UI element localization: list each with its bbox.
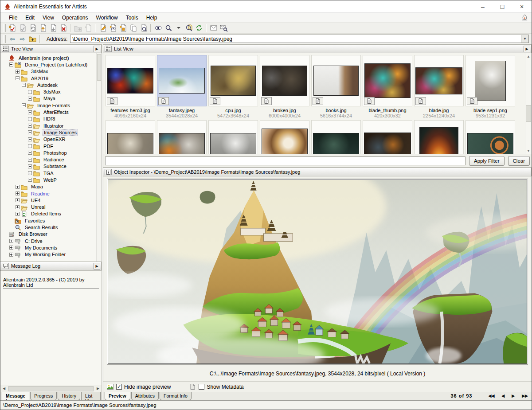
- tree-item-label[interactable]: My Working Folder: [24, 252, 66, 257]
- tree-item-label[interactable]: UE4: [30, 198, 41, 203]
- preview-icon[interactable]: [138, 23, 149, 33]
- thumbnail-image[interactable]: [364, 133, 411, 154]
- address-dropdown-icon[interactable]: ▼: [521, 35, 528, 43]
- tree-item-hdri[interactable]: HDRI: [1, 116, 96, 122]
- thumbnail-row2-1[interactable]: [157, 120, 207, 154]
- thumbnail-filename[interactable]: blade_thumb.png: [363, 108, 412, 113]
- tree-item-label[interactable]: Alienbrain (one project): [18, 55, 70, 61]
- address-input[interactable]: [70, 35, 521, 43]
- collapse-icon[interactable]: [9, 62, 13, 66]
- message-log-menu-button[interactable]: ▶: [94, 263, 100, 269]
- show-metadata-checkbox[interactable]: [199, 384, 204, 390]
- thumbnail-image[interactable]: [364, 63, 411, 98]
- tree-item-label[interactable]: Substance: [43, 164, 67, 169]
- tree-item-search-results[interactable]: Search Results: [1, 224, 96, 230]
- tree-item-photoshop[interactable]: Photoshop: [1, 149, 96, 156]
- minimize-button[interactable]: –: [473, 0, 493, 12]
- inspector-tab-preview[interactable]: Preview: [105, 392, 130, 400]
- tree-item-autodesk[interactable]: Autodesk: [1, 82, 96, 88]
- tree-item-3dsmax[interactable]: 3dsMax: [1, 68, 96, 75]
- expand-icon[interactable]: [9, 239, 13, 243]
- thumbnail-image[interactable]: [415, 67, 462, 94]
- get-latest-icon[interactable]: [48, 23, 58, 33]
- refresh-icon[interactable]: [194, 23, 204, 33]
- send-mail-icon[interactable]: [208, 23, 219, 33]
- expand-icon[interactable]: [28, 97, 32, 101]
- tree-item-my-documents[interactable]: My Documents: [1, 244, 96, 251]
- expand-icon[interactable]: [28, 137, 32, 141]
- thumbnail-features-hero3-jpg[interactable]: features-hero3.jpg4096x2160x24: [106, 55, 155, 118]
- thumbnail-filename[interactable]: fantasy.jpeg: [157, 108, 207, 113]
- thumbnail-row2-0[interactable]: [106, 120, 155, 154]
- expand-icon[interactable]: [28, 178, 32, 182]
- properties-icon[interactable]: [118, 23, 128, 33]
- thumbnail-image[interactable]: [262, 129, 308, 154]
- collapse-icon[interactable]: [16, 76, 20, 80]
- tree-item-aftereffects[interactable]: AfterEffects: [1, 109, 96, 115]
- tree-item-label[interactable]: My Documents: [24, 245, 58, 250]
- previous-item-button[interactable]: ◀: [498, 394, 508, 398]
- scroll-down-icon[interactable]: ▼: [525, 148, 532, 154]
- expand-icon[interactable]: [16, 185, 20, 189]
- tree-item-pdf[interactable]: PDF: [1, 143, 96, 149]
- expand-icon[interactable]: [28, 90, 32, 94]
- zoom-dropdown-icon[interactable]: [173, 23, 184, 33]
- forward-button[interactable]: ⇨: [17, 34, 27, 44]
- tree-item-label[interactable]: Maya: [43, 96, 56, 101]
- up-folder-button[interactable]: [27, 34, 38, 44]
- tree-item-webp[interactable]: WebP: [1, 176, 96, 183]
- thumbnail-image[interactable]: [159, 68, 205, 94]
- thumbnail-broken-jpg[interactable]: broken.jpg6000x4000x24: [260, 55, 309, 118]
- thumbnail-image[interactable]: [159, 133, 205, 154]
- vscroll-thumb[interactable]: [526, 105, 531, 122]
- tree-item-label[interactable]: Autodesk: [36, 82, 59, 88]
- expand-icon[interactable]: [9, 246, 13, 250]
- thumbnail-image[interactable]: [211, 66, 256, 96]
- thumbnail-image[interactable]: [107, 68, 153, 94]
- next-item-button[interactable]: ▶: [508, 394, 518, 398]
- tree-item-label[interactable]: 3dsMax: [30, 69, 49, 74]
- close-button[interactable]: ×: [512, 0, 532, 12]
- undo-checkout-icon[interactable]: [27, 23, 38, 33]
- tree-item-label[interactable]: HDRI: [43, 116, 56, 121]
- thumbnail-row2-7[interactable]: [466, 120, 515, 154]
- checkin-icon[interactable]: [38, 23, 48, 33]
- collapse-icon[interactable]: [22, 103, 26, 107]
- thumbnail-row2-6[interactable]: [414, 120, 464, 154]
- tree-item-openexr[interactable]: OpenEXR: [1, 136, 96, 143]
- expand-icon[interactable]: [16, 205, 20, 209]
- tree-item-label[interactable]: Maya: [30, 184, 44, 189]
- tree-item-favorites[interactable]: Favorites: [1, 217, 96, 224]
- tree-item-label[interactable]: TGA: [43, 171, 55, 176]
- thumbnail-filename[interactable]: books.jpg: [311, 108, 361, 113]
- expand-icon[interactable]: [16, 212, 20, 216]
- thumbnail-filename[interactable]: blade.jpg: [414, 108, 464, 113]
- expand-icon[interactable]: [16, 191, 20, 195]
- thumbnail-row2-3[interactable]: [260, 120, 309, 154]
- tree-item-label[interactable]: PDF: [43, 144, 54, 149]
- expand-icon[interactable]: [28, 158, 32, 162]
- tree-item-my-working-folder[interactable]: My Working Folder: [1, 251, 96, 258]
- thumbnail-blade_thumb-png[interactable]: blade_thumb.png420x300x32: [363, 55, 412, 118]
- menu-file[interactable]: File: [5, 14, 21, 22]
- tree-item-label[interactable]: AfterEffects: [43, 109, 70, 115]
- list-panel-menu-button[interactable]: ▶: [524, 46, 530, 52]
- thumbnail-filename[interactable]: cpu.jpg: [208, 108, 258, 113]
- thumbnail-filename[interactable]: broken.jpg: [260, 108, 309, 113]
- expand-icon[interactable]: [28, 130, 32, 134]
- expand-icon[interactable]: [28, 151, 32, 155]
- list-scrollbar[interactable]: ▲ ▼: [525, 53, 532, 154]
- tree-item-deleted-items[interactable]: Deleted Items: [1, 211, 96, 217]
- thumbnail-image[interactable]: [475, 61, 506, 101]
- tree-item-image-sources[interactable]: Image Sources: [1, 129, 96, 136]
- tree-item-label[interactable]: AB2019: [30, 76, 49, 81]
- clear-filter-button[interactable]: Clear: [508, 156, 530, 166]
- thumbnail-cpu-jpg[interactable]: cpu.jpg5472x3648x24: [208, 55, 258, 118]
- tree-item-substance[interactable]: Substance: [1, 163, 96, 170]
- tree-item-label[interactable]: Illustrator: [43, 123, 64, 129]
- expand-icon[interactable]: [28, 110, 32, 114]
- tree-item-label[interactable]: Radiance: [43, 157, 65, 162]
- inspector-tab-attributes[interactable]: Attributes: [131, 392, 159, 400]
- find-files-icon[interactable]: [184, 23, 194, 33]
- address-combobox[interactable]: ▼: [70, 35, 529, 43]
